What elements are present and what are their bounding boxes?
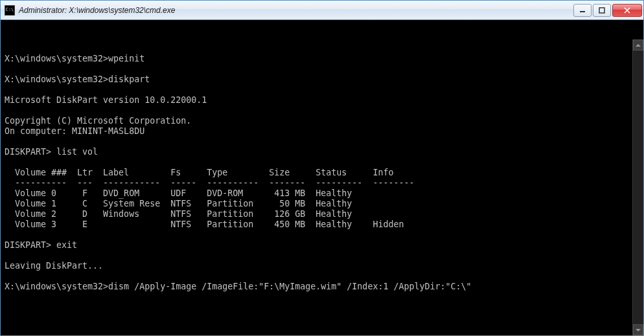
window-title: Administrator: X:\windows\system32\cmd.e…: [19, 6, 572, 15]
terminal-output: X:\windows\system32>wpeinit X:\windows\s…: [5, 43, 639, 292]
maximize-button[interactable]: [593, 4, 611, 17]
titlebar[interactable]: C:\ Administrator: X:\windows\system32\c…: [1, 1, 643, 20]
terminal-area: X:\windows\system32>wpeinit X:\windows\s…: [1, 20, 643, 335]
scrollbar[interactable]: [632, 39, 643, 335]
minimize-button[interactable]: [573, 4, 592, 17]
scroll-down-button[interactable]: [633, 324, 643, 335]
scroll-track[interactable]: [633, 50, 643, 324]
window-controls: [572, 4, 642, 17]
cmd-window: C:\ Administrator: X:\windows\system32\c…: [0, 0, 644, 336]
minimize-icon: [579, 7, 586, 14]
svg-rect-0: [580, 11, 585, 12]
chevron-down-icon: [636, 328, 641, 332]
svg-rect-1: [599, 8, 604, 13]
chevron-up-icon: [636, 43, 641, 47]
close-button[interactable]: [612, 4, 642, 17]
scroll-up-button[interactable]: [633, 39, 643, 50]
cmd-icon: C:\: [5, 5, 15, 16]
maximize-icon: [599, 7, 605, 14]
close-icon: [623, 7, 631, 14]
content-area: X:\windows\system32>wpeinit X:\windows\s…: [1, 20, 643, 335]
terminal[interactable]: X:\windows\system32>wpeinit X:\windows\s…: [1, 20, 643, 315]
